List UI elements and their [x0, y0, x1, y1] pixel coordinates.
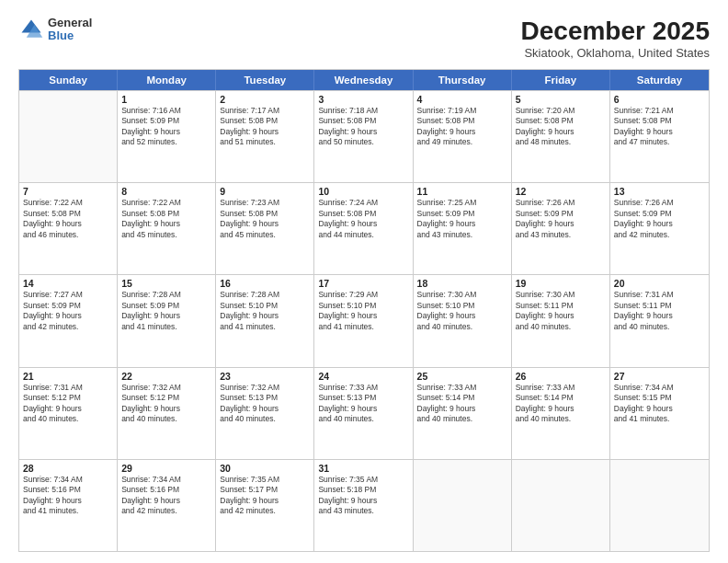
day-cell-1: 1Sunrise: 7:16 AMSunset: 5:09 PMDaylight… — [118, 91, 216, 182]
day-info-line: and 47 minutes. — [614, 137, 705, 147]
day-info-line: Daylight: 9 hours — [417, 311, 507, 321]
day-info-line: and 45 minutes. — [220, 230, 310, 240]
weekday-header-wednesday: Wednesday — [314, 70, 413, 90]
location-subtitle: Skiatook, Oklahoma, United States — [521, 46, 710, 60]
day-number: 26 — [516, 371, 606, 382]
day-info-line: Sunset: 5:08 PM — [318, 116, 408, 126]
day-info-line: Daylight: 9 hours — [220, 496, 310, 506]
day-info-line: and 42 minutes. — [614, 230, 705, 240]
day-info-line: and 40 minutes. — [23, 414, 113, 424]
day-cell-18: 18Sunrise: 7:30 AMSunset: 5:10 PMDayligh… — [414, 275, 512, 366]
calendar-row-3: 21Sunrise: 7:31 AMSunset: 5:12 PMDayligh… — [19, 367, 709, 459]
empty-cell-r4c4 — [414, 460, 512, 551]
day-number: 15 — [121, 278, 211, 289]
day-info-line: Daylight: 9 hours — [121, 311, 211, 321]
day-info-line: Sunset: 5:09 PM — [417, 209, 507, 219]
day-cell-14: 14Sunrise: 7:27 AMSunset: 5:09 PMDayligh… — [19, 275, 118, 366]
day-number: 18 — [417, 278, 507, 289]
day-info-line: Sunset: 5:13 PM — [318, 393, 408, 403]
page: General Blue December 2025 Skiatook, Okl… — [0, 0, 728, 563]
day-info-line: Daylight: 9 hours — [516, 127, 606, 137]
day-info-line: Sunset: 5:08 PM — [220, 209, 310, 219]
day-cell-23: 23Sunrise: 7:32 AMSunset: 5:13 PMDayligh… — [216, 368, 314, 459]
day-info-line: Sunrise: 7:34 AM — [614, 383, 705, 393]
day-info-line: Daylight: 9 hours — [516, 311, 606, 321]
weekday-header-monday: Monday — [118, 70, 216, 90]
day-info-line: Sunset: 5:09 PM — [614, 209, 705, 219]
day-number: 16 — [220, 278, 310, 289]
day-info-line: Sunset: 5:18 PM — [318, 485, 408, 495]
day-info-line: and 42 minutes. — [121, 506, 211, 516]
day-number: 29 — [121, 463, 211, 474]
day-info-line: Sunset: 5:16 PM — [23, 485, 113, 495]
day-info-line: Daylight: 9 hours — [220, 127, 310, 137]
day-number: 31 — [318, 463, 408, 474]
day-info-line: Sunrise: 7:28 AM — [220, 290, 310, 300]
day-info-line: Daylight: 9 hours — [614, 219, 705, 229]
day-info-line: Sunrise: 7:20 AM — [516, 106, 606, 116]
day-info-line: Daylight: 9 hours — [516, 404, 606, 414]
day-info-line: and 52 minutes. — [121, 137, 211, 147]
logo-blue: Blue — [48, 29, 92, 42]
day-info-line: Daylight: 9 hours — [121, 127, 211, 137]
calendar-row-4: 28Sunrise: 7:34 AMSunset: 5:16 PMDayligh… — [19, 459, 709, 551]
day-number: 17 — [318, 278, 408, 289]
day-cell-19: 19Sunrise: 7:30 AMSunset: 5:11 PMDayligh… — [512, 275, 610, 366]
day-info-line: Sunset: 5:15 PM — [614, 393, 705, 403]
day-cell-6: 6Sunrise: 7:21 AMSunset: 5:08 PMDaylight… — [610, 91, 709, 182]
calendar-row-0: 1Sunrise: 7:16 AMSunset: 5:09 PMDaylight… — [19, 90, 709, 182]
day-info-line: Sunset: 5:14 PM — [516, 393, 606, 403]
empty-cell-r4c6 — [610, 460, 709, 551]
day-cell-16: 16Sunrise: 7:28 AMSunset: 5:10 PMDayligh… — [216, 275, 314, 366]
calendar-body: 1Sunrise: 7:16 AMSunset: 5:09 PMDaylight… — [19, 90, 709, 551]
day-info-line: Sunset: 5:12 PM — [121, 393, 211, 403]
day-info-line: Sunrise: 7:28 AM — [121, 290, 211, 300]
day-info-line: and 40 minutes. — [516, 414, 606, 424]
day-number: 9 — [220, 186, 310, 197]
day-info-line: Sunrise: 7:33 AM — [318, 383, 408, 393]
day-info-line: Sunset: 5:08 PM — [417, 116, 507, 126]
day-info-line: Sunrise: 7:22 AM — [23, 198, 113, 208]
day-info-line: Sunset: 5:09 PM — [121, 116, 211, 126]
day-cell-13: 13Sunrise: 7:26 AMSunset: 5:09 PMDayligh… — [610, 183, 709, 274]
day-cell-3: 3Sunrise: 7:18 AMSunset: 5:08 PMDaylight… — [314, 91, 413, 182]
day-info-line: and 42 minutes. — [220, 506, 310, 516]
day-info-line: Daylight: 9 hours — [614, 311, 705, 321]
day-cell-5: 5Sunrise: 7:20 AMSunset: 5:08 PMDaylight… — [512, 91, 610, 182]
day-info-line: Sunset: 5:10 PM — [220, 301, 310, 311]
month-year-title: December 2025 — [521, 17, 710, 46]
day-info-line: Sunset: 5:10 PM — [417, 301, 507, 311]
day-cell-15: 15Sunrise: 7:28 AMSunset: 5:09 PMDayligh… — [118, 275, 216, 366]
day-info-line: and 43 minutes. — [516, 230, 606, 240]
day-cell-7: 7Sunrise: 7:22 AMSunset: 5:08 PMDaylight… — [19, 183, 118, 274]
day-info-line: and 41 minutes. — [614, 414, 705, 424]
day-number: 24 — [318, 371, 408, 382]
day-info-line: and 43 minutes. — [417, 230, 507, 240]
day-info-line: Daylight: 9 hours — [220, 404, 310, 414]
day-info-line: Daylight: 9 hours — [417, 219, 507, 229]
day-number: 20 — [614, 278, 705, 289]
day-cell-4: 4Sunrise: 7:19 AMSunset: 5:08 PMDaylight… — [414, 91, 512, 182]
day-info-line: Sunrise: 7:25 AM — [417, 198, 507, 208]
day-info-line: Sunrise: 7:30 AM — [516, 290, 606, 300]
day-number: 7 — [23, 186, 113, 197]
day-info-line: Daylight: 9 hours — [516, 219, 606, 229]
day-info-line: Daylight: 9 hours — [614, 127, 705, 137]
logo-general: General — [48, 17, 92, 29]
logo-text: General Blue — [48, 17, 92, 43]
empty-cell-r0c0 — [19, 91, 118, 182]
day-info-line: Sunrise: 7:18 AM — [318, 106, 408, 116]
day-info-line: Daylight: 9 hours — [121, 219, 211, 229]
day-cell-31: 31Sunrise: 7:35 AMSunset: 5:18 PMDayligh… — [314, 460, 413, 551]
day-cell-26: 26Sunrise: 7:33 AMSunset: 5:14 PMDayligh… — [512, 368, 610, 459]
day-info-line: Sunset: 5:09 PM — [23, 301, 113, 311]
day-info-line: and 40 minutes. — [614, 322, 705, 332]
day-info-line: Sunset: 5:08 PM — [23, 209, 113, 219]
day-cell-28: 28Sunrise: 7:34 AMSunset: 5:16 PMDayligh… — [19, 460, 118, 551]
day-number: 21 — [23, 371, 113, 382]
day-info-line: Sunset: 5:14 PM — [417, 393, 507, 403]
calendar-row-1: 7Sunrise: 7:22 AMSunset: 5:08 PMDaylight… — [19, 182, 709, 274]
day-info-line: Sunrise: 7:30 AM — [417, 290, 507, 300]
day-info-line: Sunrise: 7:34 AM — [121, 475, 211, 485]
title-block: December 2025 Skiatook, Oklahoma, United… — [521, 17, 710, 60]
